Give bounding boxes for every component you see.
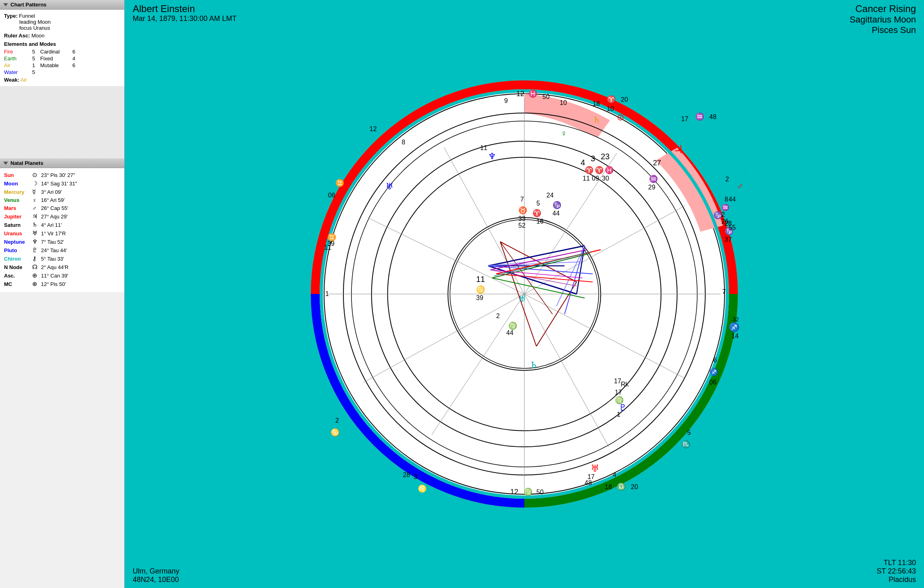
pluto-name: Pluto <box>4 247 32 253</box>
sun-name: Sun <box>4 172 32 178</box>
svg-text:♓: ♓ <box>528 89 538 98</box>
svg-text:17: 17 <box>614 378 621 384</box>
svg-text:48: 48 <box>585 479 592 486</box>
svg-text:26: 26 <box>721 218 729 225</box>
svg-text:44: 44 <box>506 329 513 336</box>
svg-text:♅: ♅ <box>386 181 394 191</box>
water-label: Water <box>4 69 32 75</box>
sun-text: Pisces Sun <box>850 25 916 35</box>
chart-patterns-content: Type: Funnel leading Moon focus Uranus R… <box>0 10 124 86</box>
venus-name: Venus <box>4 197 32 203</box>
bottom-left-info: Ulm, Germany 48N24, 10E00 <box>133 567 179 584</box>
saturn-name: Saturn <box>4 222 32 228</box>
svg-text:06: 06 <box>328 192 335 199</box>
location-line2: 48N24, 10E00 <box>133 576 179 584</box>
svg-text:29: 29 <box>648 184 655 191</box>
svg-text:Rk: Rk <box>621 381 629 388</box>
jupiter-name: Jupiter <box>4 214 32 220</box>
chart-area: Albert Einstein Mar 14, 1879, 11:30:00 A… <box>125 0 924 588</box>
neptune-name: Neptune <box>4 239 32 245</box>
svg-text:52: 52 <box>518 222 526 229</box>
fixed-label: Fixed <box>40 56 72 62</box>
svg-text:44: 44 <box>729 196 736 203</box>
asc-name: Asc. <box>4 273 32 279</box>
moon-symbol: ☽ <box>32 180 41 187</box>
svg-text:♉: ♉ <box>518 206 528 215</box>
svg-text:24: 24 <box>546 192 554 199</box>
nnode-name: N Node <box>4 264 32 270</box>
svg-text:8: 8 <box>402 139 405 146</box>
svg-text:☽: ☽ <box>743 321 745 332</box>
svg-text:20: 20 <box>621 96 628 103</box>
tlt-text: TLT 11:30 <box>877 559 916 567</box>
svg-text:♒: ♒ <box>649 175 658 183</box>
ruler-value: Moon <box>31 33 45 39</box>
svg-text:♆: ♆ <box>488 151 496 161</box>
uranus-pos: 1° Vir 17'R <box>41 230 120 236</box>
nnode-pos: 2° Aqu 44'R <box>41 264 120 270</box>
svg-text:18: 18 <box>593 100 600 107</box>
planet-mc: MC ⊕ 12° Pis 50' <box>4 280 120 288</box>
svg-text:30: 30 <box>602 175 609 182</box>
natal-planets-header: Natal Planets <box>0 158 124 168</box>
svg-text:10: 10 <box>560 99 567 106</box>
svg-text:2: 2 <box>335 417 339 424</box>
moon-name: Moon <box>4 181 32 187</box>
ruler-label: Ruler Asc: <box>4 33 30 39</box>
svg-text:17: 17 <box>681 115 688 122</box>
neptune-symbol: ♆ <box>32 238 41 245</box>
type-value-funnel: Funnel <box>19 13 35 19</box>
svg-text:17: 17 <box>615 389 622 396</box>
spacer <box>0 86 124 158</box>
svg-text:♀: ♀ <box>561 128 567 138</box>
svg-text:♐: ♐ <box>729 322 740 333</box>
svg-text:♌: ♌ <box>418 484 427 493</box>
natal-planets-title: Natal Planets <box>10 160 43 166</box>
svg-text:50: 50 <box>542 93 550 100</box>
planet-nnode: N Node ☊ 2° Aqu 44'R <box>4 263 120 271</box>
svg-text:20: 20 <box>631 483 638 490</box>
svg-text:1: 1 <box>617 411 620 418</box>
svg-text:♄: ♄ <box>593 115 601 125</box>
svg-text:♍: ♍ <box>508 321 517 330</box>
svg-text:3: 3 <box>591 154 595 163</box>
moon-text: Sagittarius Moon <box>850 14 916 25</box>
svg-text:♒: ♒ <box>721 204 729 211</box>
svg-text:11: 11 <box>583 175 590 182</box>
svg-text:♈: ♈ <box>532 209 542 218</box>
mars-symbol: ♂ <box>32 205 41 212</box>
type-value-leading: leading Moon <box>19 19 51 25</box>
mars-pos: 26° Cap 55' <box>41 205 120 211</box>
svg-text:48: 48 <box>709 113 717 120</box>
fire-label: Fire <box>4 49 32 55</box>
mercury-symbol: ☿ <box>32 188 41 195</box>
svg-text:12: 12 <box>370 125 377 132</box>
fixed-count: 4 <box>72 56 80 62</box>
location-line1: Ulm, Germany <box>133 567 179 576</box>
svg-text:5: 5 <box>687 429 691 436</box>
ruler-row: Ruler Asc: Moon <box>4 33 120 39</box>
svg-text:39: 39 <box>476 294 483 301</box>
top-right-info: Cancer Rising Sagittarius Moon Pisces Su… <box>850 3 916 35</box>
svg-text:♅: ♅ <box>518 294 526 304</box>
svg-text:8: 8 <box>725 196 728 203</box>
sun-symbol: ⊙ <box>32 171 41 179</box>
chart-patterns-title: Chart Patterns <box>10 2 47 8</box>
bottom-right-info: TLT 11:30 ST 22:56:43 Placidus <box>877 559 916 584</box>
type-label: Type: <box>4 13 18 19</box>
weak-row: Weak: Air <box>4 77 120 83</box>
svg-text:♅: ♅ <box>591 463 600 474</box>
svg-text:2: 2 <box>496 313 500 319</box>
svg-text:Ω: Ω <box>745 165 745 174</box>
svg-text:33: 33 <box>518 215 526 222</box>
earth-label: Earth <box>4 56 32 62</box>
svg-text:1: 1 <box>325 290 329 297</box>
svg-text:55: 55 <box>729 224 736 231</box>
moon-pos: 14° Sag 31' 31" <box>41 181 120 187</box>
svg-text:♋: ♋ <box>331 428 340 437</box>
cardinal-label: Cardinal <box>40 49 72 55</box>
pluto-pos: 24° Tau 44' <box>41 247 120 253</box>
planet-mercury: Mercury ☿ 3° Ari 09' <box>4 188 120 195</box>
svg-text:32: 32 <box>733 316 739 323</box>
water-count: 5 <box>32 69 40 75</box>
